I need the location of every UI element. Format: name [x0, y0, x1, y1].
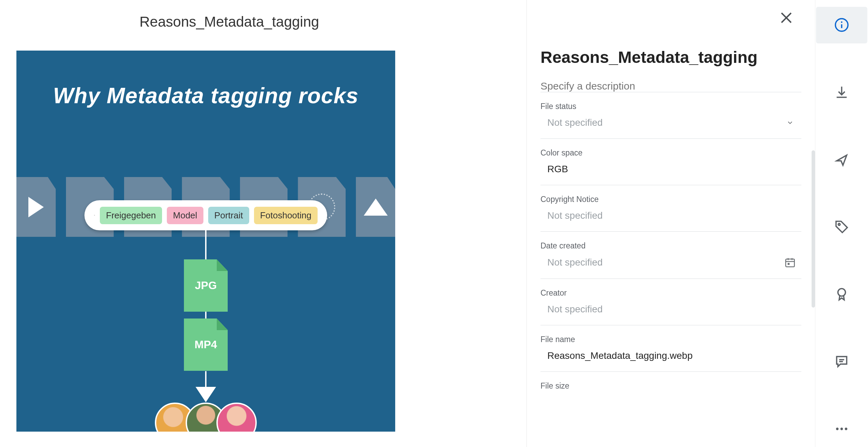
tag-pill: Freigegeben: [100, 207, 162, 224]
avatar: [216, 403, 257, 432]
tag-icon: [834, 219, 849, 234]
description-input[interactable]: [540, 80, 801, 92]
download-button[interactable]: [816, 74, 867, 111]
field-file-status: File status Not specified: [540, 92, 801, 138]
svg-point-16: [836, 428, 839, 430]
share-button[interactable]: [816, 141, 867, 178]
scrollbar[interactable]: [812, 150, 815, 308]
info-button[interactable]: [816, 7, 867, 43]
play-icon: [28, 197, 44, 217]
calendar-icon: [784, 257, 796, 268]
tag-pill: Portrait: [208, 207, 249, 224]
svg-point-13: [838, 288, 845, 296]
field-date-created: Date created Not specified: [540, 231, 801, 279]
file-mp4-icon: MP4: [184, 319, 228, 371]
svg-point-12: [838, 224, 840, 226]
image-preview[interactable]: Why Metadata tagging rocks Freigegeben M…: [16, 51, 395, 432]
film-doc: [16, 177, 56, 237]
arrow-down-icon: [196, 387, 216, 402]
tag-button[interactable]: [816, 209, 867, 245]
preview-panel: Reasons_Metadata_tagging Why Metadata ta…: [0, 0, 526, 447]
preview-heading: Why Metadata tagging rocks: [16, 83, 395, 108]
award-button[interactable]: [816, 276, 867, 312]
field-value: Not specified: [540, 117, 603, 128]
field-value[interactable]: RGB: [540, 164, 801, 175]
field-label: Creator: [540, 288, 801, 298]
up-icon: [364, 199, 388, 216]
close-button[interactable]: [778, 10, 794, 26]
film-doc: [356, 177, 395, 237]
field-copyright: Copyright Notice Not specified: [540, 185, 801, 231]
details-panel: Reasons_Metadata_tagging File status Not…: [527, 0, 815, 447]
file-label: JPG: [195, 279, 217, 292]
more-icon: [834, 421, 849, 436]
svg-rect-8: [788, 263, 790, 265]
connector-line: [205, 312, 206, 319]
tag-pill: Model: [167, 207, 203, 224]
svg-point-17: [840, 428, 843, 430]
close-icon: [778, 10, 794, 26]
avatars-group: [155, 403, 257, 432]
iconbar: [815, 0, 868, 447]
field-value: Not specified: [540, 257, 603, 268]
field-value[interactable]: Not specified: [540, 304, 801, 315]
connector-line: [205, 371, 206, 387]
field-label: File status: [540, 102, 801, 111]
award-icon: [834, 287, 849, 302]
svg-point-18: [845, 428, 847, 430]
field-value[interactable]: Not specified: [540, 210, 801, 221]
svg-line-1: [95, 215, 95, 216]
svg-point-0: [94, 215, 95, 216]
date-created-input[interactable]: Not specified: [540, 257, 801, 268]
field-value[interactable]: Reasons_Metadata_tagging.webp: [540, 350, 801, 361]
field-label: File name: [540, 335, 801, 344]
file-status-select[interactable]: Not specified: [540, 117, 801, 128]
field-color-space: Color space RGB: [540, 138, 801, 185]
comment-button[interactable]: [816, 343, 867, 380]
field-label: Color space: [540, 148, 801, 158]
field-file-name: File name Reasons_Metadata_tagging.webp: [540, 325, 801, 371]
file-label: MP4: [195, 338, 217, 351]
field-file-size: File size: [540, 371, 801, 407]
info-icon: [834, 17, 849, 32]
download-icon: [834, 85, 849, 100]
svg-rect-4: [786, 259, 794, 267]
field-label: Copyright Notice: [540, 195, 801, 204]
chevron-down-icon: [786, 119, 794, 126]
more-button[interactable]: [816, 410, 867, 447]
page-title: Reasons_Metadata_tagging: [139, 14, 510, 30]
tag-pill: Fotoshooting: [254, 207, 318, 224]
search-icon: [94, 209, 95, 221]
comment-icon: [834, 354, 849, 369]
field-creator: Creator Not specified: [540, 279, 801, 325]
svg-point-11: [841, 22, 842, 23]
field-label: Date created: [540, 241, 801, 250]
details-title: Reasons_Metadata_tagging: [540, 48, 801, 67]
share-icon: [834, 152, 849, 167]
field-label: File size: [540, 381, 801, 391]
file-jpg-icon: JPG: [184, 259, 228, 312]
search-pill: Freigegeben Model Portrait Fotoshooting: [84, 200, 327, 230]
connector-line: [205, 230, 206, 259]
